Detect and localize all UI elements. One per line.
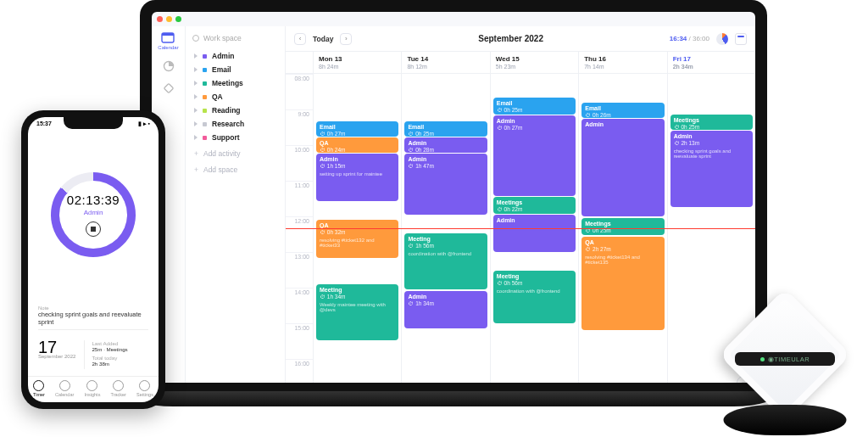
tab-bar: TimerCalendarInsightsTrackerSettings [28,376,159,402]
event-title: Email [585,105,660,112]
day-hours: 5h 23m [496,64,573,70]
window-controls[interactable] [152,12,755,26]
laptop-base [127,391,780,406]
sidebar-item-reading[interactable]: Reading [192,104,278,117]
calendar-event[interactable]: Admin⏱ 1h 47m [404,154,487,215]
note-input[interactable]: checking sprint goals and reevaluate spr… [38,311,148,330]
add-space-label: Add space [203,165,237,174]
device-base [724,405,847,435]
day-hours: 2h 34m [673,64,750,70]
calendar-event[interactable]: Admin⏱ 0h 28m [404,137,487,153]
event-duration: ⏱ 0h 24m [320,147,395,153]
event-title: QA [320,140,395,147]
calendar-event[interactable]: Email⏱ 0h 25m [404,121,487,137]
time-label: 15:00 [286,323,313,359]
calendar-event[interactable]: Admin⏱ 1h 34m [404,291,487,328]
calendar-event[interactable]: Meeting⏱ 1h 56mcoordination with @fronte… [404,233,487,289]
event-duration: ⏱ 1h 34m [320,294,395,300]
day-header[interactable]: Tue 148h 12m [401,52,489,73]
event-note: Weekly maintee meeting with @devs [320,302,395,314]
main-content: ‹ Today › September 2022 16:34 / 36:00 M… [286,26,755,383]
plus-icon: + [194,165,198,174]
event-title: Meeting [408,236,483,243]
nav-calendar[interactable]: Calendar [158,31,178,50]
event-title: Admin [408,156,483,163]
sidebar-item-admin[interactable]: Admin [192,49,278,63]
sidebar-item-research[interactable]: Research [192,117,278,131]
calendar-event[interactable]: Admin⏱ 0h 27m [493,115,576,196]
sidebar-item-email[interactable]: Email [192,63,278,76]
calendar-event[interactable]: Meeting⏱ 0h 56mcoordination with @fronte… [493,271,576,323]
calendar-event[interactable]: Admin⏱ 1h 15msetting up sprint for maint… [316,154,398,201]
day-label: Wed 15 [496,55,573,63]
maximize-icon[interactable] [175,16,181,22]
tab-calendar[interactable]: Calendar [55,380,74,397]
sidebar-item-meetings[interactable]: Meetings [192,76,278,90]
tab-timer[interactable]: Timer [33,380,45,397]
add-activity[interactable]: +Add activity [192,147,278,160]
nav-tracker[interactable] [162,82,175,94]
datepicker-icon[interactable] [735,33,747,45]
phone-mockup: 15:37 ▮ ▸ ▪ 02:13:39 Admin Note checking… [21,110,165,409]
sidebar-item-support[interactable]: Support [192,131,278,144]
day-header[interactable]: Fri 172h 34m [667,52,755,73]
device-label: ◉ TIMEULAR [735,352,835,366]
piechart-icon [162,60,175,72]
calendar-event[interactable]: Email⏱ 0h 25m [493,98,576,115]
calendar-event[interactable]: Admin [581,119,664,216]
event-duration: ⏱ 0h 26m [585,112,660,118]
workspace-label: Work space [203,34,242,42]
calendar-event[interactable]: Admin [493,215,576,252]
event-note: checking sprint goals and reevaluate spr… [674,148,749,160]
nav-reports[interactable] [162,60,175,72]
tab-settings[interactable]: Settings [136,380,153,397]
calendar-icon [59,380,70,391]
calendar-event[interactable]: Meetings⏱ 0h 22m [493,197,576,214]
next-button[interactable]: › [340,33,352,45]
calendar-event[interactable]: Meeting⏱ 1h 34mWeekly maintee meeting wi… [316,284,398,340]
tab-insights[interactable]: Insights [84,380,100,397]
minimize-icon[interactable] [166,16,172,22]
note-section[interactable]: Note checking sprint goals and reevaluat… [28,302,159,333]
sidebar-item-qa[interactable]: QA [192,90,278,104]
timer-activity[interactable]: Admin [84,209,103,216]
calendar-event[interactable]: Meetings⏱ 0h 25m [581,218,664,235]
plus-icon: + [194,149,198,158]
calendar-event[interactable]: QA⏱ 0h 24m [316,137,398,153]
time-label: 16:00 [286,359,313,383]
event-note: resolving #ticket132 and #ticket33 [320,238,395,249]
event-duration: ⏱ 0h 25m [497,107,572,113]
calendar-event[interactable]: Meetings⏱ 0h 25m [670,115,753,130]
today-button[interactable]: Today [313,35,333,43]
event-duration: ⏱ 0h 25m [408,131,483,137]
tracked-total: 36:00 [693,35,709,42]
day-hours: 7h 14m [584,64,661,70]
calendar-grid[interactable]: 08:009:0010:0011:0012:0013:0014:0015:001… [286,74,755,383]
tracked-current: 16:34 [670,35,687,42]
day-header[interactable]: Wed 155h 23m [490,52,578,73]
tab-label: Settings [136,392,153,397]
prev-button[interactable]: ‹ [294,33,306,45]
day-year: 2022 [64,354,75,359]
calendar-event[interactable]: Admin⏱ 2h 13mchecking sprint goals and r… [670,131,753,207]
close-icon[interactable] [157,16,163,22]
stop-button[interactable] [86,221,101,237]
event-duration: ⏱ 0h 56m [497,280,572,286]
add-space[interactable]: +Add space [192,163,278,176]
day-header[interactable]: Thu 167h 14m [578,52,666,73]
workspace-header[interactable]: Work space [192,31,278,47]
calendar-event[interactable]: Email⏱ 0h 26m [581,103,664,118]
event-title: Meeting [320,287,395,294]
tracked-pie-icon[interactable] [716,33,728,45]
calendar-event[interactable]: QA⏱ 0h 32mresolving #ticket132 and #tick… [316,220,398,258]
calendar-event[interactable]: Email⏱ 0h 27m [316,121,398,137]
last-added-label: Last Added [92,340,127,346]
event-duration: ⏱ 0h 22m [497,206,572,212]
day-header[interactable]: Mon 138h 24m [313,52,401,73]
event-title: Email [497,100,572,107]
tab-tracker[interactable]: Tracker [110,380,125,397]
event-title: Admin [674,133,749,140]
calendar-event[interactable]: QA⏱ 2h 27mresolving #ticket134 and #tick… [581,237,664,330]
tab-label: Tracker [110,392,125,397]
color-dot [203,109,207,113]
